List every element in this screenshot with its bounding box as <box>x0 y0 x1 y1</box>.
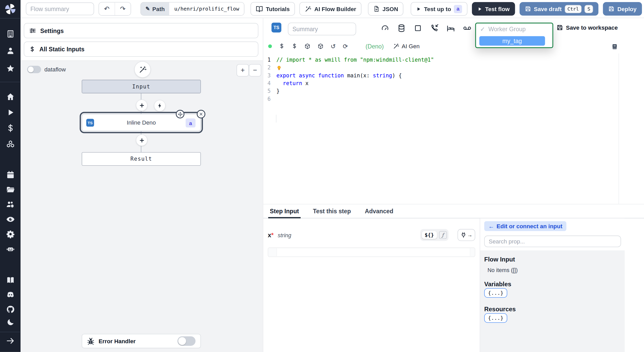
tab-advanced[interactable]: Advanced <box>365 204 393 218</box>
fx-mode-button[interactable]: ƒ <box>439 231 447 239</box>
arrow-right-icon <box>6 337 14 345</box>
ai-gen-button[interactable]: AI Gen <box>393 43 420 50</box>
sidebar-item-robot[interactable] <box>0 242 21 256</box>
cube-icon[interactable] <box>317 43 324 49</box>
flow-settings-row[interactable]: Settings <box>24 23 258 38</box>
connect-input-button[interactable]: → <box>457 229 475 241</box>
search-prop-input[interactable] <box>484 236 621 247</box>
zoom-out-button[interactable]: − <box>249 64 261 77</box>
tutorials-button[interactable]: Tutorials <box>251 2 295 16</box>
variables-object-badge[interactable]: {...} <box>484 288 507 298</box>
json-button[interactable]: JSON <box>368 2 403 16</box>
dataflow-toggle[interactable] <box>27 66 41 73</box>
sleep-icon[interactable] <box>446 24 455 32</box>
save-to-workspace-button[interactable]: Save to workspace <box>556 24 618 31</box>
code-editor[interactable]: 1// import * as wmill from "npm:windmill… <box>263 53 618 204</box>
sidebar-item-play[interactable] <box>0 105 21 119</box>
path-value[interactable]: u/henri/prolific_flow <box>169 3 244 15</box>
kbd-ctrl: Ctrl <box>565 5 582 13</box>
flow-node-inline-deno[interactable]: TS Inline Deno a <box>82 114 201 131</box>
code-line-5: 5} <box>263 87 618 95</box>
editor-meta-row: ↺⟳ <box>268 41 348 51</box>
dollar-icon <box>29 46 35 52</box>
sidebar-item-arrow-right[interactable] <box>0 334 21 348</box>
step-settings-toolbar <box>364 24 471 32</box>
sidebar-item-folder-open[interactable] <box>0 183 21 197</box>
redo-button[interactable]: ↷ <box>115 3 131 15</box>
code-panel: TS Save to workspace ↺⟳ (Deno) AI Gen 1/… <box>263 18 644 204</box>
concurrency-icon[interactable] <box>381 24 389 32</box>
edit-or-connect-button[interactable]: ← Edit or connect an input <box>484 221 566 231</box>
sidebar-item-calendar[interactable] <box>0 168 21 182</box>
indent-guide <box>276 115 276 122</box>
cache-icon[interactable] <box>397 24 406 32</box>
sidebar-item-gear[interactable] <box>0 227 21 241</box>
flow-node-input[interactable]: Input <box>82 80 201 93</box>
sidebar-item-moon[interactable] <box>0 315 21 329</box>
app-sidebar <box>0 0 21 352</box>
wand-icon <box>139 66 146 73</box>
template-mode-button[interactable]: ${} <box>422 231 437 239</box>
sidebar-item-star[interactable] <box>0 61 21 75</box>
sidebar-item-github[interactable] <box>0 302 21 316</box>
deploy-button[interactable]: Deploy <box>603 2 642 16</box>
rotate-ccw-icon[interactable]: ↺ <box>331 43 336 49</box>
sidebar-item-dollar[interactable] <box>0 121 21 135</box>
sidebar-item-users-gear[interactable] <box>0 197 21 211</box>
step-summary-input[interactable] <box>288 23 356 35</box>
sidebar-item-book[interactable] <box>0 273 21 287</box>
sliders-icon <box>29 27 36 34</box>
refresh-icon[interactable]: ⟳ <box>343 43 348 49</box>
test-flow-label: Test flow <box>485 6 510 12</box>
flow-summary-input[interactable] <box>26 3 94 15</box>
add-trigger-button[interactable] <box>154 100 166 111</box>
tab-step-input[interactable]: Step Input <box>270 204 299 218</box>
tab-test-this-step[interactable]: Test this step <box>313 204 351 218</box>
line-number: 5 <box>263 88 271 94</box>
script-library-icon[interactable] <box>612 43 618 50</box>
sidebar-item-cubes[interactable] <box>0 137 21 151</box>
resources-object-badge[interactable]: {...} <box>484 313 507 323</box>
cube-icon[interactable] <box>304 43 310 49</box>
worker-group-option-my-tag[interactable]: my_tag <box>479 36 545 46</box>
add-step-button-bottom[interactable] <box>136 134 148 146</box>
required-asterisk: * <box>271 232 274 239</box>
test-up-to-button[interactable]: Test up to a <box>411 2 468 16</box>
dollar-icon <box>279 43 285 49</box>
building-icon <box>6 29 14 38</box>
worker-group-selected[interactable]: ✓ Worker Group <box>476 23 553 34</box>
add-step-button-top[interactable] <box>136 100 148 111</box>
path-button[interactable]: ✎ Path <box>141 3 169 15</box>
retries-icon[interactable] <box>364 24 373 32</box>
sidebar-item-discord[interactable] <box>0 287 21 301</box>
tutorials-label: Tutorials <box>266 6 290 12</box>
mock-icon[interactable] <box>463 24 471 32</box>
dollar-icon[interactable] <box>279 43 285 49</box>
suspend-icon[interactable] <box>430 24 438 32</box>
delete-node-button[interactable] <box>197 110 205 118</box>
sidebar-item-person[interactable] <box>0 44 21 58</box>
ai-flow-builder-button[interactable]: AI Flow Builder <box>300 2 362 16</box>
move-node-button[interactable] <box>176 110 184 118</box>
ai-wand-button[interactable] <box>134 61 151 78</box>
sidebar-item-building[interactable] <box>0 27 21 41</box>
flow-graph-canvas[interactable]: dataflow + − Input TS Inline Deno a <box>21 60 263 352</box>
status-dot-icon[interactable] <box>268 44 272 48</box>
dollar-icon[interactable] <box>292 43 297 49</box>
error-handler-toggle[interactable] <box>177 336 196 346</box>
line-number: 2 <box>263 64 271 71</box>
sidebar-item-home[interactable] <box>0 90 21 104</box>
code-line-3: 3export async function main(x: string) { <box>263 71 618 79</box>
flow-input-empty: No items ([]) <box>488 267 518 273</box>
error-handler-row[interactable]: Error Handler <box>82 334 201 348</box>
save-draft-button[interactable]: Save draft Ctrl S <box>520 2 599 16</box>
flow-node-result[interactable]: Result <box>82 152 201 166</box>
all-static-inputs-row[interactable]: All Static Inputs <box>24 42 258 57</box>
sidebar-item-windmill-logo[interactable] <box>0 2 21 16</box>
early-stop-icon[interactable] <box>414 24 422 32</box>
sidebar-item-eye[interactable] <box>0 212 21 226</box>
step-input-value-editor[interactable] <box>268 248 475 257</box>
zoom-in-button[interactable]: + <box>236 64 249 77</box>
undo-button[interactable]: ↶ <box>99 3 115 15</box>
test-flow-button[interactable]: Test flow <box>472 2 515 16</box>
